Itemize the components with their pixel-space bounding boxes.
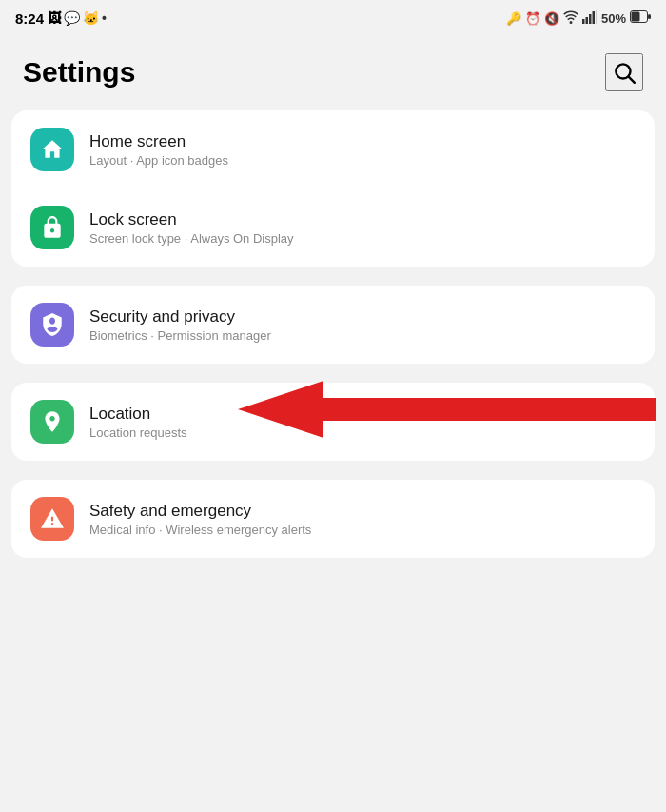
svg-line-9 <box>629 77 635 83</box>
status-time: 8:24 <box>15 10 44 27</box>
svg-rect-3 <box>592 11 595 24</box>
key-icon: 🔑 <box>506 11 521 26</box>
svg-rect-0 <box>582 19 585 24</box>
lock-screen-text: Lock screen Screen lock type · Always On… <box>89 210 636 246</box>
location-subtitle: Location requests <box>89 426 636 440</box>
settings-section-2: Security and privacy Biometrics · Permis… <box>11 286 655 364</box>
safety-icon-wrap <box>30 497 74 541</box>
svg-rect-6 <box>632 12 640 22</box>
section-gap-1 <box>0 270 666 282</box>
settings-section-1: Home screen Layout · App icon badges Loc… <box>11 110 655 267</box>
dot-indicator: • <box>102 10 107 26</box>
lock-icon <box>40 215 65 240</box>
photo-icon: 🖼 <box>48 10 61 26</box>
warning-icon <box>40 506 65 531</box>
signal-icon <box>582 10 597 27</box>
shield-icon <box>40 312 65 337</box>
search-icon <box>612 60 637 85</box>
home-screen-text: Home screen Layout · App icon badges <box>89 132 636 168</box>
home-screen-title: Home screen <box>89 132 636 151</box>
location-text: Location Location requests <box>89 405 636 440</box>
wifi-icon <box>563 10 578 27</box>
app-icon: 🐱 <box>83 10 99 26</box>
settings-header: Settings <box>0 34 666 107</box>
message-icon: 💬 <box>64 10 80 26</box>
battery-icon <box>630 10 651 27</box>
location-icon-wrap <box>30 400 74 444</box>
safety-emergency-title: Safety and emergency <box>89 502 636 521</box>
home-icon <box>40 137 65 162</box>
section-gap-3 <box>0 465 666 476</box>
status-right: 🔑 ⏰ 🔇 50% <box>506 10 651 27</box>
svg-rect-4 <box>596 10 597 24</box>
security-icon-wrap <box>30 303 74 347</box>
battery-percent: 50% <box>601 11 626 26</box>
security-privacy-text: Security and privacy Biometrics · Permis… <box>89 307 636 343</box>
settings-item-safety-emergency[interactable]: Safety and emergency Medical info · Wire… <box>11 480 655 558</box>
svg-rect-1 <box>585 17 588 24</box>
location-title: Location <box>89 405 636 424</box>
location-icon <box>40 409 65 434</box>
page-title: Settings <box>23 56 135 89</box>
mute-icon: 🔇 <box>544 11 559 26</box>
home-screen-subtitle: Layout · App icon badges <box>89 153 636 168</box>
status-bar: 8:24 🖼 💬 🐱 • 🔑 ⏰ 🔇 <box>0 0 666 34</box>
settings-item-security-privacy[interactable]: Security and privacy Biometrics · Permis… <box>11 286 655 364</box>
svg-rect-7 <box>648 14 651 19</box>
lock-screen-icon-wrap <box>30 206 74 249</box>
settings-item-home-screen[interactable]: Home screen Layout · App icon badges <box>11 110 655 188</box>
security-privacy-title: Security and privacy <box>89 307 636 327</box>
security-privacy-subtitle: Biometrics · Permission manager <box>89 328 636 343</box>
status-left: 8:24 🖼 💬 🐱 • <box>15 10 107 27</box>
alarm-icon: ⏰ <box>525 11 540 26</box>
settings-item-lock-screen[interactable]: Lock screen Screen lock type · Always On… <box>11 188 655 267</box>
section-gap-2 <box>0 367 666 379</box>
safety-emergency-text: Safety and emergency Medical info · Wire… <box>89 502 636 537</box>
safety-emergency-subtitle: Medical info · Wireless emergency alerts <box>89 523 636 537</box>
lock-screen-title: Lock screen <box>89 210 636 229</box>
status-icons-left: 🖼 💬 🐱 • <box>48 10 107 26</box>
settings-item-location[interactable]: Location Location requests <box>11 383 655 461</box>
lock-screen-subtitle: Screen lock type · Always On Display <box>89 231 636 246</box>
home-screen-icon-wrap <box>30 128 74 171</box>
search-button[interactable] <box>605 53 643 91</box>
settings-section-4: Safety and emergency Medical info · Wire… <box>11 480 655 558</box>
settings-section-3: Location Location requests <box>11 383 655 461</box>
svg-rect-2 <box>589 14 592 24</box>
